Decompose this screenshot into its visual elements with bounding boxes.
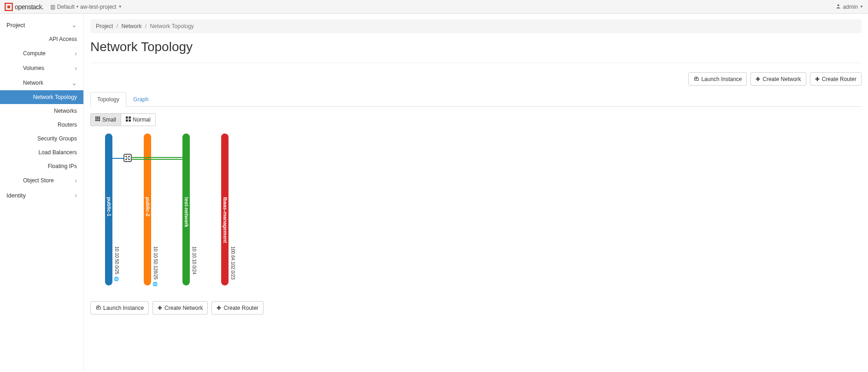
svg-rect-12 bbox=[126, 116, 128, 119]
network-label: test-network bbox=[184, 197, 189, 227]
network-cidr: 10.10.10.0/24 bbox=[192, 246, 197, 274]
plus-icon: ✚ bbox=[815, 76, 820, 82]
breadcrumb-network[interactable]: Network bbox=[121, 23, 141, 29]
chevron-right-icon: › bbox=[75, 64, 77, 72]
launch-instance-button-bottom[interactable]: Launch Instance bbox=[90, 301, 149, 314]
breadcrumb-project[interactable]: Project bbox=[96, 23, 113, 29]
bottom-actions: Launch Instance ✚ Create Network ✚ Creat… bbox=[90, 301, 862, 314]
network-label: lbaas-management bbox=[223, 197, 228, 243]
create-router-button[interactable]: ✚ Create Router bbox=[810, 72, 862, 86]
network-label: public-1 bbox=[106, 197, 112, 216]
grid-large-icon bbox=[126, 116, 131, 123]
router-link bbox=[109, 158, 123, 159]
network-cidr: 10.10.50.128/25🌐 bbox=[153, 246, 158, 286]
launch-instance-button[interactable]: Launch Instance bbox=[688, 72, 747, 86]
project-switcher[interactable]: ▥ Default • aw-test-project ▼ bbox=[50, 4, 122, 10]
network-label: public-2 bbox=[145, 197, 151, 216]
chevron-right-icon: › bbox=[75, 50, 77, 57]
size-small-button[interactable]: Small bbox=[90, 113, 121, 126]
router-link bbox=[132, 159, 186, 160]
sidebar-item-floating-ips[interactable]: Floating IPs bbox=[0, 159, 83, 173]
sidebar-item-load-balancers[interactable]: Load Balancers bbox=[0, 145, 83, 159]
sidebar-item-identity[interactable]: Identity › bbox=[0, 188, 83, 203]
plus-icon: ✚ bbox=[756, 76, 760, 82]
chevron-right-icon: › bbox=[75, 192, 77, 199]
create-router-button-bottom[interactable]: ✚ Create Router bbox=[211, 301, 263, 314]
svg-rect-5 bbox=[99, 116, 100, 118]
user-menu[interactable]: admin ▼ bbox=[836, 4, 863, 10]
window-icon: ▥ bbox=[50, 4, 55, 10]
sidebar-item-network-topology[interactable]: Network Topology bbox=[0, 90, 83, 104]
size-normal-button[interactable]: Normal bbox=[121, 113, 156, 126]
chevron-down-icon: ⌄ bbox=[71, 21, 77, 29]
breadcrumb-current: Network Topology bbox=[150, 23, 194, 29]
chevron-down-icon: ⌄ bbox=[71, 79, 77, 87]
tab-graph[interactable]: Graph bbox=[126, 92, 155, 106]
cloud-upload-icon bbox=[95, 304, 101, 311]
grid-small-icon bbox=[95, 116, 100, 123]
create-network-button-bottom[interactable]: ✚ Create Network bbox=[152, 301, 208, 314]
sidebar-item-networks[interactable]: Networks bbox=[0, 104, 83, 118]
tab-topology[interactable]: Topology bbox=[90, 92, 126, 107]
sidebar-item-project[interactable]: Project ⌄ bbox=[0, 17, 83, 32]
project-label: aw-test-project bbox=[80, 4, 117, 10]
create-network-button[interactable]: ✚ Create Network bbox=[751, 72, 806, 86]
svg-point-2 bbox=[838, 4, 839, 6]
sidebar-item-network[interactable]: Network ⌄ bbox=[0, 76, 83, 90]
user-icon bbox=[836, 4, 841, 10]
user-label: admin bbox=[843, 4, 858, 10]
router-node[interactable] bbox=[123, 154, 132, 162]
sidebar: Project ⌄ API Access Compute › Volumes ›… bbox=[0, 14, 84, 372]
top-actions: Launch Instance ✚ Create Network ✚ Creat… bbox=[90, 72, 862, 86]
svg-rect-6 bbox=[95, 118, 97, 120]
cloud-upload-icon bbox=[693, 76, 699, 82]
svg-rect-9 bbox=[95, 120, 97, 121]
breadcrumb: Project / Network / Network Topology bbox=[90, 19, 862, 33]
tabs: Topology Graph bbox=[90, 92, 862, 107]
globe-icon: 🌐 bbox=[153, 281, 158, 286]
main-content: Project / Network / Network Topology Net… bbox=[84, 14, 868, 372]
divider bbox=[90, 63, 862, 63]
svg-rect-7 bbox=[97, 118, 99, 120]
globe-icon: 🌐 bbox=[114, 276, 119, 281]
sidebar-item-routers[interactable]: Routers bbox=[0, 118, 83, 132]
sidebar-item-volumes[interactable]: Volumes › bbox=[0, 61, 83, 76]
router-icon bbox=[125, 155, 130, 161]
topbar: openstack. ▥ Default • aw-test-project ▼… bbox=[0, 0, 868, 14]
caret-down-icon: ▼ bbox=[118, 5, 122, 9]
svg-rect-8 bbox=[99, 118, 100, 120]
chevron-right-icon: › bbox=[75, 177, 77, 184]
caret-down-icon: ▼ bbox=[860, 5, 863, 9]
size-toggle: Small Normal bbox=[90, 113, 156, 126]
svg-rect-3 bbox=[95, 116, 97, 118]
page-title: Network Topology bbox=[90, 40, 862, 54]
network-cidr: 10.10.50.0/25🌐 bbox=[114, 246, 119, 281]
network-test-network[interactable]: test-network10.10.10.0/24 bbox=[182, 134, 218, 290]
svg-rect-10 bbox=[97, 120, 99, 121]
svg-rect-14 bbox=[126, 119, 128, 122]
svg-rect-4 bbox=[97, 116, 99, 118]
domain-label: Default bbox=[57, 4, 75, 10]
network-lbaas-management[interactable]: lbaas-management100.64.102.0/23 bbox=[220, 134, 257, 290]
sidebar-item-object-store[interactable]: Object Store › bbox=[0, 173, 83, 188]
brand-text: openstack. bbox=[15, 3, 44, 11]
sidebar-item-security-groups[interactable]: Security Groups bbox=[0, 132, 83, 145]
openstack-icon bbox=[5, 3, 13, 11]
plus-icon: ✚ bbox=[158, 305, 162, 311]
sidebar-item-api-access[interactable]: API Access bbox=[0, 32, 83, 46]
svg-rect-13 bbox=[129, 116, 131, 119]
svg-rect-15 bbox=[129, 119, 131, 122]
sidebar-item-compute[interactable]: Compute › bbox=[0, 46, 83, 61]
topology-diagram: public-110.10.50.0/25🌐public-210.10.50.1… bbox=[104, 134, 862, 290]
logo[interactable]: openstack. bbox=[5, 3, 44, 11]
plus-icon: ✚ bbox=[217, 305, 221, 311]
svg-rect-1 bbox=[7, 6, 10, 8]
svg-rect-11 bbox=[99, 120, 100, 121]
network-cidr: 100.64.102.0/23 bbox=[230, 246, 235, 279]
